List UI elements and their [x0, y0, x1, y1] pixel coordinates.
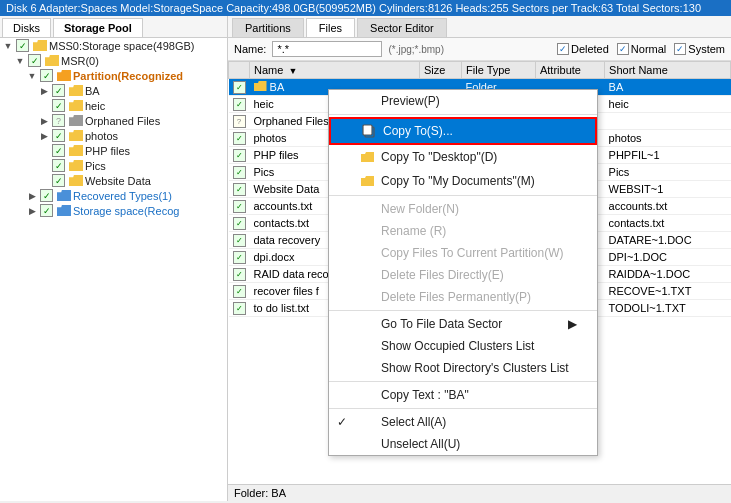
folder-icon: [57, 205, 71, 216]
tree-checkbox[interactable]: ✓: [16, 39, 29, 52]
col-size[interactable]: Size: [420, 62, 462, 79]
menu-item-label: Go To File Data Sector: [381, 317, 502, 331]
tree-checkbox[interactable]: ✓: [52, 129, 65, 142]
menu-item[interactable]: Go To File Data Sector▶: [329, 313, 597, 335]
tree-item-pics[interactable]: ✓ Pics: [0, 158, 227, 173]
menu-item[interactable]: Copy Text : "BA": [329, 384, 597, 406]
filter-check-system[interactable]: ✓ System: [674, 43, 725, 55]
folder-icon: [57, 190, 71, 201]
menu-item-label: Copy To "Desktop"(D): [381, 150, 497, 164]
file-table-container: Name ▼ Size File Type Attribute: [228, 61, 731, 484]
folder-icon: [69, 160, 83, 171]
expander-icon: ▶: [38, 115, 50, 127]
title-text: Disk 6 Adapter:Spaces Model:StorageSpace…: [6, 2, 701, 14]
menu-item[interactable]: Copy To "Desktop"(D): [329, 145, 597, 169]
tree-checkbox[interactable]: ✓: [52, 144, 65, 157]
filter-bar: Name: (*.jpg;*.bmp) ✓ Deleted ✓ Normal ✓…: [228, 38, 731, 61]
tree-item-orphaned[interactable]: ▶ ? Orphaned Files: [0, 113, 227, 128]
tree-item-mss0[interactable]: ▼ ✓ MSS0:Storage space(498GB): [0, 38, 227, 53]
menu-item[interactable]: ✓Select All(A): [329, 411, 597, 433]
menu-item[interactable]: Preview(P): [329, 90, 597, 112]
menu-item: Rename (R): [329, 220, 597, 242]
file-name: dpi.docx: [254, 251, 295, 263]
menu-item[interactable]: Unselect All(U): [329, 433, 597, 455]
filter-name-input[interactable]: [272, 41, 382, 57]
tree-item-storage-recog[interactable]: ▶ ✓ Storage space(Recog: [0, 203, 227, 218]
file-name: Pics: [254, 166, 275, 178]
expander-icon: ▼: [14, 55, 26, 67]
tree-item-photos[interactable]: ▶ ✓ photos: [0, 128, 227, 143]
folder-icon: [69, 130, 83, 141]
tree-checkbox[interactable]: ✓: [28, 54, 41, 67]
col-filetype[interactable]: File Type: [462, 62, 536, 79]
tree-checkbox[interactable]: ✓: [40, 69, 53, 82]
tree-item-msr[interactable]: ▼ ✓ MSR(0): [0, 53, 227, 68]
tree-checkbox[interactable]: ✓: [52, 159, 65, 172]
tree-item-ba[interactable]: ▶ ✓ BA: [0, 83, 227, 98]
col-shortname[interactable]: Short Name: [605, 62, 731, 79]
tree-item-partition[interactable]: ▼ ✓ Partition(Recognized: [0, 68, 227, 83]
folder-icon: [33, 40, 47, 51]
menu-item[interactable]: Copy To(S)...: [329, 117, 597, 145]
check-normal-icon: ✓: [617, 43, 629, 55]
menu-separator: [329, 114, 597, 115]
title-bar: Disk 6 Adapter:Spaces Model:StorageSpace…: [0, 0, 731, 16]
tree-checkbox[interactable]: ✓: [52, 174, 65, 187]
file-name: RAID data reco: [254, 268, 329, 280]
row-check-icon: ✓: [233, 132, 246, 145]
folder-icon: [57, 70, 71, 81]
tab-disks[interactable]: Disks: [2, 18, 51, 37]
row-check-icon: ✓: [233, 149, 246, 162]
row-check-icon: ✓: [233, 251, 246, 264]
tree-label: PHP files: [85, 145, 130, 157]
tree-checkbox[interactable]: ✓: [52, 84, 65, 97]
menu-item[interactable]: Show Occupied Clusters List: [329, 335, 597, 357]
tree-checkbox[interactable]: ✓: [52, 99, 65, 112]
tree-item-php[interactable]: ✓ PHP files: [0, 143, 227, 158]
col-name[interactable]: Name ▼: [250, 62, 420, 79]
tree-label: Recovered Types(1): [73, 190, 172, 202]
tree-label: heic: [85, 100, 105, 112]
tab-partitions[interactable]: Partitions: [232, 18, 304, 37]
menu-item-label: Copy Files To Current Partition(W): [381, 246, 564, 260]
tree-label: Partition(Recognized: [73, 70, 183, 82]
menu-item: New Folder(N): [329, 198, 597, 220]
disk-tabs: Disks Storage Pool: [0, 16, 227, 38]
file-name: Website Data: [254, 183, 320, 195]
filter-check-deleted[interactable]: ✓ Deleted: [557, 43, 609, 55]
col-check: [229, 62, 250, 79]
expander-icon: [38, 160, 50, 172]
file-name: PHP files: [254, 149, 299, 161]
menu-item-label: Copy To "My Documents"(M): [381, 174, 535, 188]
menu-item-label: Rename (R): [381, 224, 446, 238]
tab-files[interactable]: Files: [306, 18, 355, 37]
filter-checkboxes: ✓ Deleted ✓ Normal ✓ System: [557, 43, 725, 55]
tree-checkbox[interactable]: ✓: [40, 204, 53, 217]
tab-sector-editor[interactable]: Sector Editor: [357, 18, 447, 37]
check-deleted-icon: ✓: [557, 43, 569, 55]
filter-check-normal[interactable]: ✓ Normal: [617, 43, 666, 55]
expander-icon: [38, 175, 50, 187]
folder-icon: [45, 55, 59, 66]
tree-item-recovered[interactable]: ▶ ✓ Recovered Types(1): [0, 188, 227, 203]
folder-icon: [359, 173, 375, 189]
file-name: to do list.txt: [254, 302, 310, 314]
filter-name-label: Name:: [234, 43, 266, 55]
expander-icon: ▶: [38, 85, 50, 97]
tree-label: MSR(0): [61, 55, 99, 67]
row-check-icon: ✓: [233, 234, 246, 247]
menu-item-label: Copy Text : "BA": [381, 388, 469, 402]
row-check-icon: ✓: [233, 285, 246, 298]
menu-item-label: Delete Files Directly(E): [381, 268, 504, 282]
tree-checkbox[interactable]: ?: [52, 114, 65, 127]
row-check-icon: ✓: [233, 268, 246, 281]
tab-storage-pool[interactable]: Storage Pool: [53, 18, 143, 37]
menu-item[interactable]: Show Root Directory's Clusters List: [329, 357, 597, 379]
left-panel: Disks Storage Pool ▼ ✓ MSS0:Storage spac…: [0, 16, 228, 501]
tree-checkbox[interactable]: ✓: [40, 189, 53, 202]
col-attribute[interactable]: Attribute: [535, 62, 604, 79]
filter-hint: (*.jpg;*.bmp): [388, 44, 444, 55]
menu-item[interactable]: Copy To "My Documents"(M): [329, 169, 597, 193]
tree-item-website[interactable]: ✓ Website Data: [0, 173, 227, 188]
tree-item-heic[interactable]: ✓ heic: [0, 98, 227, 113]
